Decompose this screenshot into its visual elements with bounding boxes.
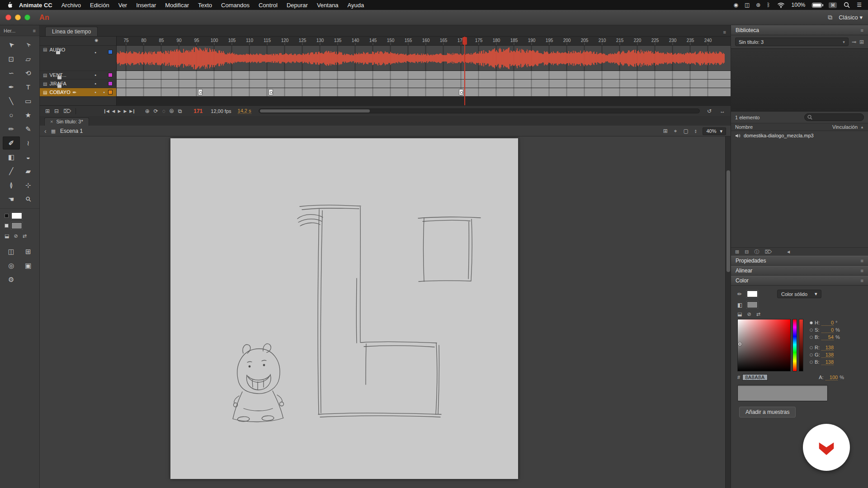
layer-visibility-dot[interactable]: •: [94, 89, 96, 95]
align-panel-menu-icon[interactable]: ≡: [861, 268, 863, 273]
go-first-icon[interactable]: ❙◀: [103, 109, 108, 113]
tool-more-options[interactable]: ⚙: [3, 273, 20, 286]
layer-visibility-dot[interactable]: •: [94, 81, 96, 86]
onion-outlines-icon[interactable]: ⦾: [170, 108, 174, 114]
eye-icon[interactable]: ◉: [94, 38, 98, 42]
frames-cobayo[interactable]: [117, 88, 731, 97]
no-color-icon[interactable]: ⊘: [747, 311, 751, 317]
new-symbol-icon[interactable]: ⊞: [735, 249, 739, 255]
tool-hand[interactable]: ☚: [3, 192, 20, 206]
hue-radio[interactable]: [810, 321, 813, 324]
tab-properties[interactable]: Propiedades ≡: [731, 256, 868, 266]
tab-align[interactable]: Alinear ≡: [731, 266, 868, 276]
document-tab[interactable]: × Sin título: 3*: [44, 117, 89, 126]
reset-timeline-icon[interactable]: ↺: [707, 108, 712, 114]
tool-lasso[interactable]: ∽: [3, 66, 20, 80]
close-window-button[interactable]: [5, 14, 11, 20]
library-search-input[interactable]: [804, 113, 864, 121]
saturation-radio[interactable]: [810, 328, 813, 332]
alpha-slider[interactable]: [799, 319, 803, 371]
saturation-value[interactable]: 0: [821, 327, 834, 333]
tool-oval[interactable]: ○: [3, 108, 20, 122]
layer-unlock-dot[interactable]: •: [103, 89, 105, 95]
tab-color[interactable]: Color ≡: [731, 276, 868, 286]
hex-value-input[interactable]: 8A8A8A: [742, 374, 767, 380]
menu-modificar[interactable]: Modificar: [160, 2, 193, 9]
wifi-icon[interactable]: [777, 2, 785, 8]
bluetooth-icon[interactable]: ᛒ: [767, 2, 770, 8]
item-properties-icon[interactable]: ⓘ: [754, 249, 759, 255]
color-panel-menu-icon[interactable]: ≡: [861, 278, 863, 283]
layer-cobayo[interactable]: ▤COBAYO✏••: [40, 88, 116, 97]
elapsed-time-field[interactable]: 14,2 s: [238, 108, 251, 114]
new-library-panel-icon[interactable]: ⊞: [859, 39, 864, 45]
stage-manager-icon[interactable]: ⊛: [756, 2, 760, 8]
keyframe-marker[interactable]: [269, 89, 273, 95]
workspace-icon[interactable]: ⧉: [828, 14, 832, 21]
timeline-frames-area[interactable]: 7580859095100105110115120125130135140145…: [117, 37, 731, 105]
keyframe-marker[interactable]: [198, 89, 203, 95]
layer-lock-icon[interactable]: [57, 76, 61, 79]
menu-control[interactable]: Control: [254, 2, 282, 9]
library-document-select[interactable]: Sin título: 3 ▾: [735, 38, 849, 46]
tool-text[interactable]: T: [20, 80, 37, 94]
red-value[interactable]: 138: [821, 345, 834, 351]
tool-gradient-transform[interactable]: ▱: [20, 52, 37, 66]
spotlight-search-icon[interactable]: [844, 2, 850, 8]
tool-classic-brush[interactable]: ✎: [20, 122, 37, 136]
frames-audio[interactable]: [117, 46, 731, 71]
menu-archivo[interactable]: Archivo: [57, 2, 85, 9]
back-arrow-icon[interactable]: ‹: [44, 127, 47, 135]
menu-ventana[interactable]: Ventana: [312, 2, 343, 9]
step-back-icon[interactable]: ◀: [112, 109, 115, 113]
resize-timeline-icon[interactable]: ↔: [720, 108, 725, 114]
column-header-linkage[interactable]: Vinculación: [832, 124, 858, 130]
hue-slider[interactable]: [793, 319, 797, 371]
blue-value[interactable]: 138: [821, 359, 834, 365]
delete-layer-icon[interactable]: ⌦: [63, 108, 71, 114]
menu-texto[interactable]: Texto: [193, 2, 217, 9]
red-radio[interactable]: [810, 346, 813, 349]
alpha-value[interactable]: 100: [826, 375, 838, 380]
minimize-window-button[interactable]: [15, 14, 21, 20]
clip-content-icon[interactable]: ▢: [684, 128, 689, 134]
tool-line[interactable]: ╲: [3, 94, 20, 108]
brightness-radio[interactable]: [810, 336, 813, 339]
tools-panel-menu-icon[interactable]: ≡: [33, 28, 36, 33]
app-menu[interactable]: Animate CC: [14, 2, 57, 9]
tool-width[interactable]: ≬: [3, 178, 20, 192]
saturation-brightness-picker[interactable]: [737, 319, 791, 371]
pin-library-icon[interactable]: ⊸: [852, 39, 856, 45]
step-forward-icon[interactable]: ▶: [123, 109, 126, 113]
tool-polystar[interactable]: ★: [20, 108, 37, 122]
menu-ver[interactable]: Ver: [114, 2, 132, 9]
tab-timeline[interactable]: Línea de tiempo: [45, 27, 98, 36]
workspace-select[interactable]: Clásico ▾: [839, 14, 863, 21]
play-icon[interactable]: ▶: [118, 109, 120, 113]
tool-eraser[interactable]: ▰: [20, 164, 37, 178]
new-folder-icon[interactable]: ⊟: [54, 108, 59, 114]
stage-vscroll-thumb[interactable]: [726, 170, 730, 272]
fill-bucket-icon[interactable]: ◧: [737, 302, 744, 308]
timeline-ruler[interactable]: 7580859095100105110115120125130135140145…: [117, 37, 731, 46]
timeline-hscrollbar[interactable]: [259, 108, 700, 113]
tool-rectangle[interactable]: ▭: [20, 94, 37, 108]
tool-pencil[interactable]: ✏: [3, 122, 20, 136]
tool-oval-primitive[interactable]: ◎: [3, 259, 20, 272]
layer-vent[interactable]: ▤VENT...•: [40, 71, 116, 80]
go-last-icon[interactable]: ▶❙: [129, 109, 135, 113]
playhead-line[interactable]: [464, 37, 465, 105]
tools-swap-colors-icon[interactable]: ⇄: [23, 233, 27, 239]
edit-symbols-icon[interactable]: ⊞: [663, 128, 668, 134]
control-center-icon[interactable]: ☰: [857, 2, 862, 8]
timeline-hscroll-thumb[interactable]: [260, 109, 370, 113]
playhead-head[interactable]: [462, 37, 467, 45]
tools-stroke-color-swatch[interactable]: [11, 212, 22, 219]
tool-asset-warp[interactable]: ⊹: [20, 178, 37, 192]
zoom-stepper[interactable]: ▴ ▾: [695, 129, 697, 133]
library-panel-menu-icon[interactable]: ≡: [861, 28, 863, 33]
center-stage-icon[interactable]: ⌖: [674, 128, 677, 134]
menu-insertar[interactable]: Insertar: [132, 2, 160, 9]
center-frame-icon[interactable]: ⊕: [145, 108, 150, 114]
layer-lock-icon[interactable]: [56, 51, 60, 54]
